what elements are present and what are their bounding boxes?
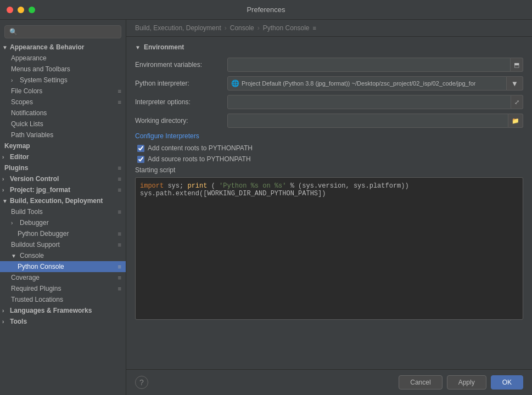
sidebar-item-build-tools[interactable]: Build Tools ≡	[0, 206, 126, 217]
section-chevron-icon: ▼	[135, 44, 141, 50]
sidebar-item-keymap[interactable]: Keymap	[0, 140, 126, 151]
chevron-icon: ▼	[2, 198, 9, 204]
breadcrumb-separator: ›	[257, 24, 260, 32]
sidebar-item-system-settings[interactable]: › System Settings	[0, 75, 126, 86]
env-variables-input[interactable]	[227, 58, 511, 72]
sidebar-item-label: Console	[20, 252, 44, 259]
sidebar-item-project[interactable]: › Project: jpg_format ≡	[0, 184, 126, 195]
working-directory-label: Working directory:	[135, 117, 223, 125]
working-directory-browse-button[interactable]: 📁	[508, 114, 523, 128]
sidebar-item-menus-toolbars[interactable]: Menus and Toolbars	[0, 64, 126, 75]
sidebar-item-plugins[interactable]: Plugins ≡	[0, 162, 126, 173]
sidebar-item-file-colors[interactable]: File Colors ≡	[0, 86, 126, 97]
code-normal-2: % (sys.version, sys.platform))	[290, 182, 409, 190]
interpreter-options-input[interactable]	[227, 95, 511, 109]
sidebar-item-trusted-locations[interactable]: Trusted Locations	[0, 294, 126, 305]
sidebar-item-scopes[interactable]: Scopes ≡	[0, 97, 126, 108]
code-line2: sys.path.extend([WORKING_DIR_AND_PYTHON_…	[140, 190, 326, 198]
interpreter-select[interactable]: 🌐 Project Default (Python 3.8 (jpg_forma…	[227, 76, 507, 91]
script-line-2: sys.path.extend([WORKING_DIR_AND_PYTHON_…	[140, 190, 518, 198]
sidebar-item-label: System Settings	[20, 76, 68, 84]
sidebar-item-buildout-support[interactable]: Buildout Support ≡	[0, 239, 126, 250]
sidebar-item-quick-lists[interactable]: Quick Lists	[0, 119, 126, 129]
chevron-icon: ›	[11, 220, 18, 226]
interpreter-options-row: Interpreter options: ⤢	[135, 95, 523, 109]
sidebar-item-tools[interactable]: › Tools	[0, 316, 126, 327]
sidebar-item-label: Notifications	[11, 109, 47, 117]
sidebar-item-appearance[interactable]: Appearance	[0, 53, 126, 64]
env-variables-label: Environment variables:	[135, 61, 223, 69]
env-variables-field-group: ⬒	[227, 58, 523, 72]
sidebar-item-appearance-behavior[interactable]: ▼ Appearance & Behavior	[0, 42, 126, 53]
titlebar: Preferences	[0, 0, 532, 20]
sidebar-item-languages-frameworks[interactable]: › Languages & Frameworks	[0, 305, 126, 316]
add-source-roots-checkbox[interactable]	[137, 156, 144, 163]
close-button[interactable]	[7, 7, 13, 13]
interpreter-options-label: Interpreter options:	[135, 98, 223, 106]
breadcrumb-separator: ›	[225, 24, 227, 32]
sidebar-item-label: Scopes	[11, 98, 33, 106]
breadcrumb-item-2[interactable]: Console	[230, 24, 254, 32]
sidebar-item-label: Editor	[10, 153, 29, 161]
chevron-icon: ›	[2, 319, 9, 325]
sidebar-item-path-variables[interactable]: Path Variables	[0, 129, 126, 140]
code-keyword-import: import	[140, 182, 164, 190]
sidebar-item-python-debugger[interactable]: Python Debugger ≡	[0, 228, 126, 239]
ok-button[interactable]: OK	[491, 375, 523, 390]
badge-icon: ≡	[118, 99, 121, 105]
breadcrumb-item-3[interactable]: Python Console	[263, 24, 310, 32]
working-directory-field-group: 📁	[227, 114, 523, 128]
sidebar-item-python-console[interactable]: Python Console ≡	[0, 261, 126, 272]
sidebar-item-version-control[interactable]: › Version Control ≡	[0, 173, 126, 184]
sidebar-item-required-plugins[interactable]: Required Plugins ≡	[0, 283, 126, 294]
add-content-roots-checkbox[interactable]	[137, 145, 144, 152]
cancel-button[interactable]: Cancel	[399, 375, 442, 390]
sidebar-item-label: Buildout Support	[11, 241, 60, 249]
code-string-format: 'Python %s on %s'	[219, 182, 286, 190]
button-group: Cancel Apply OK	[399, 375, 523, 390]
sidebar-item-label: Python Console	[18, 263, 64, 270]
sidebar-item-label: Build Tools	[11, 208, 43, 216]
sidebar-item-debugger[interactable]: › Debugger	[0, 217, 126, 228]
sidebar-item-coverage[interactable]: Coverage ≡	[0, 272, 126, 283]
sidebar-item-label: Debugger	[20, 219, 49, 227]
interpreter-dropdown-button[interactable]: ▼	[507, 76, 523, 91]
sidebar-item-editor[interactable]: › Editor	[0, 151, 126, 162]
sidebar-item-label: Required Plugins	[11, 285, 61, 292]
interpreter-field-group: 🌐 Project Default (Python 3.8 (jpg_forma…	[227, 76, 523, 91]
sidebar-item-console[interactable]: ▼ Console	[0, 250, 126, 261]
add-source-roots-row: Add source roots to PYTHONPATH	[135, 155, 523, 163]
sidebar-item-label: File Colors	[11, 87, 42, 95]
badge-icon: ≡	[118, 241, 121, 248]
working-directory-row: Working directory: 📁	[135, 114, 523, 128]
sidebar-item-label: Languages & Frameworks	[10, 307, 92, 314]
chevron-icon: ›	[2, 154, 9, 160]
sidebar-item-label: Tools	[10, 318, 27, 325]
chevron-icon: ›	[2, 308, 9, 314]
starting-script-area[interactable]: import sys; print ( 'Python %s on %s' % …	[135, 177, 523, 320]
sidebar-item-label: Python Debugger	[18, 230, 69, 238]
chevron-icon: ▼	[11, 253, 18, 259]
maximize-button[interactable]	[29, 7, 35, 13]
environment-section-header[interactable]: ▼ Environment	[135, 43, 523, 51]
add-content-roots-label: Add content roots to PYTHONPATH	[148, 144, 253, 152]
code-method-print: print	[187, 182, 207, 190]
help-button[interactable]: ?	[135, 376, 148, 389]
chevron-icon: ›	[11, 77, 18, 83]
env-variables-browse-button[interactable]: ⬒	[511, 58, 523, 72]
apply-button[interactable]: Apply	[447, 375, 486, 390]
badge-icon: ≡	[118, 230, 121, 237]
breadcrumb-icon: ≡	[313, 25, 316, 31]
interpreter-options-expand-button[interactable]: ⤢	[511, 95, 523, 109]
sidebar-item-build-execution[interactable]: ▼ Build, Execution, Deployment	[0, 195, 126, 206]
search-input[interactable]	[4, 25, 121, 38]
sidebar-item-notifications[interactable]: Notifications	[0, 108, 126, 119]
badge-icon: ≡	[118, 263, 121, 270]
configure-interpreters-link[interactable]: Configure Interpreters	[135, 132, 523, 140]
minimize-button[interactable]	[18, 7, 24, 13]
working-directory-input[interactable]	[227, 114, 508, 128]
sidebar-item-label: Keymap	[4, 142, 30, 150]
section-title: Environment	[144, 43, 184, 51]
sidebar-item-label: Coverage	[11, 274, 40, 281]
breadcrumb-item-1[interactable]: Build, Execution, Deployment	[135, 24, 221, 32]
